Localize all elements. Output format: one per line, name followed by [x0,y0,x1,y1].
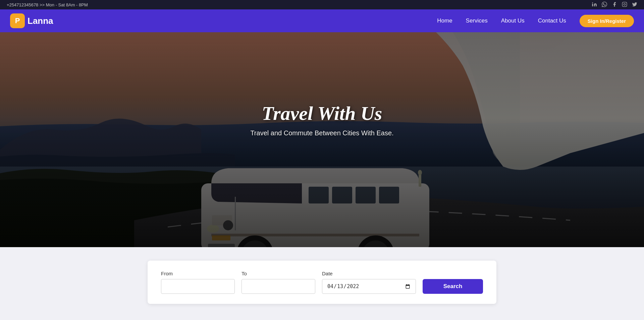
twitter-icon[interactable] [632,2,637,8]
date-field-group: Date [322,271,416,294]
nav-services[interactable]: Services [466,17,488,24]
search-section: From To Date Search [0,247,644,320]
hero-content: Travel With Us Travel and Commute Betwee… [250,102,393,137]
top-bar: +254712345678 >> Mon - Sat 8Am - 8PM [0,0,644,9]
hero-subtitle: Travel and Commute Between Cities With E… [250,129,393,137]
hero-overlay [0,32,644,247]
to-field-group: To [241,271,315,294]
svg-rect-0 [622,2,627,6]
to-label: To [241,271,315,276]
search-card: From To Date Search [148,261,496,304]
social-icons [592,2,637,8]
contact-info: +254712345678 >> Mon - Sat 8Am - 8PM [7,2,88,7]
hero-title: Travel With Us [250,102,393,125]
hero-section: Travel With Us Travel and Commute Betwee… [0,32,644,247]
date-input[interactable] [322,279,416,294]
search-button[interactable]: Search [423,279,483,294]
nav-home[interactable]: Home [437,17,452,24]
facebook-icon[interactable] [612,2,617,8]
linkedin-icon[interactable] [592,2,597,8]
logo-icon: P [10,13,25,28]
nav-about[interactable]: About Us [501,17,525,24]
nav-contact[interactable]: Contact Us [538,17,566,24]
navbar: P Lanna Home Services About Us Contact U… [0,9,644,32]
logo-text: Lanna [28,16,53,26]
from-input[interactable] [161,279,235,294]
instagram-icon[interactable] [622,2,627,8]
from-label: From [161,271,235,276]
date-label: Date [322,271,416,276]
logo-link[interactable]: P Lanna [10,13,53,28]
nav-menu: Home Services About Us Contact Us Sign I… [437,15,634,27]
whatsapp-icon[interactable] [602,2,607,8]
from-field-group: From [161,271,235,294]
to-input[interactable] [241,279,315,294]
signin-button[interactable]: Sign In/Register [580,15,634,27]
